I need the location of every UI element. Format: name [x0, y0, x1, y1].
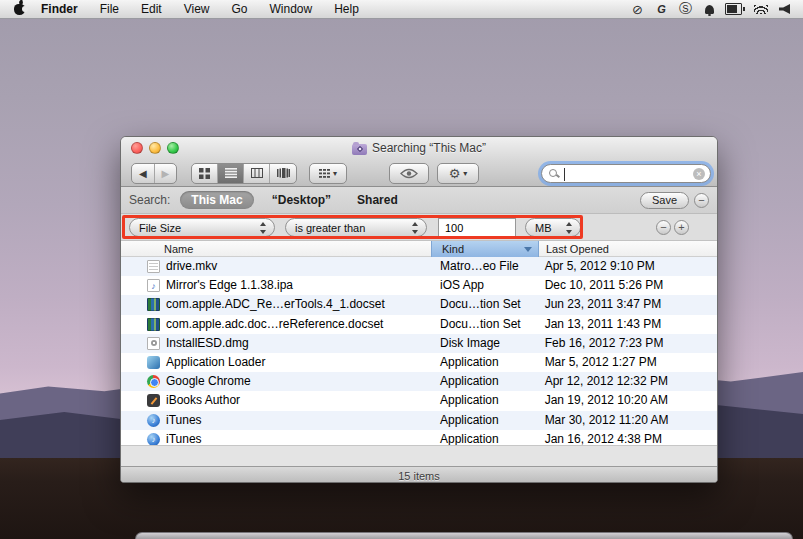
file-row[interactable]: iTunesApplicationJan 16, 2012 4:38 PM [121, 430, 717, 445]
coverflow-view-button[interactable] [270, 164, 296, 183]
window-title-group: Searching “This Mac” [352, 141, 486, 155]
sort-descending-icon [524, 247, 532, 252]
file-list: drive.mkvMatro…eo FileApr 5, 2012 9:10 P… [121, 257, 717, 445]
title-bar[interactable]: Searching “This Mac” [121, 137, 717, 159]
filter-operator-popup[interactable]: is greater than [285, 218, 427, 237]
search-input[interactable] [564, 166, 692, 181]
file-last-opened: Feb 16, 2012 7:23 PM [538, 334, 717, 353]
menu-item-view[interactable]: View [184, 2, 210, 16]
menu-status-icons [629, 0, 803, 18]
column-header-last-opened[interactable]: Last Opened [546, 241, 609, 257]
collapse-filter-button[interactable]: − [694, 193, 709, 208]
file-name: iBooks Author [166, 391, 240, 410]
file-row[interactable]: iBooks AuthorApplicationJan 19, 2012 10:… [121, 391, 717, 410]
file-row[interactable]: InstallESD.dmgDisk ImageFeb 16, 2012 7:2… [121, 334, 717, 353]
scope-bar-actions: Save − [640, 192, 709, 209]
bell-icon[interactable] [701, 0, 718, 18]
file-name: Mirror's Edge 1.1.38.ipa [166, 276, 293, 295]
menu-item-window[interactable]: Window [270, 2, 313, 16]
back-button[interactable]: ◀ [132, 164, 155, 183]
list-view-button[interactable] [218, 164, 244, 183]
forward-button[interactable]: ▶ [155, 164, 177, 183]
filter-attribute-value: File Size [139, 222, 181, 234]
menu-item-finder[interactable]: Finder [41, 2, 78, 16]
growl-icon[interactable] [653, 0, 670, 18]
filter-unit-popup[interactable]: MB [525, 218, 581, 237]
toolbar: ◀ ▶ [121, 159, 717, 187]
clear-search-icon[interactable]: × [693, 168, 705, 180]
scope-button[interactable]: “Desktop” [264, 192, 339, 208]
file-kind: Docu…tion Set [430, 315, 538, 334]
scope-button[interactable]: Shared [349, 192, 406, 208]
file-row[interactable]: com.apple.adc.doc…reReference.docsetDocu… [121, 315, 717, 334]
file-row[interactable]: iTunesApplicationMar 30, 2012 11:20 AM [121, 411, 717, 430]
battery-icon[interactable] [725, 0, 745, 18]
minimize-button[interactable] [149, 142, 161, 154]
file-last-opened: Mar 30, 2012 11:20 AM [538, 411, 717, 430]
column-header-kind[interactable]: Kind [431, 241, 539, 257]
dock[interactable] [135, 532, 793, 539]
file-name-cell: iBooks Author [121, 391, 430, 410]
menu-item-help[interactable]: Help [334, 2, 359, 16]
menu-item-go[interactable]: Go [232, 2, 248, 16]
filter-attribute-popup[interactable]: File Size [129, 218, 275, 237]
column-view-button[interactable] [244, 164, 270, 183]
status-bar: 15 items [121, 466, 717, 483]
icon-view-button[interactable] [192, 164, 218, 183]
file-name: com.apple.adc.doc…reReference.docset [166, 315, 383, 334]
record-icon[interactable] [629, 0, 646, 18]
chevron-down-icon: ▾ [463, 169, 467, 178]
file-kind: Application [430, 353, 538, 372]
file-last-opened: Jan 13, 2011 1:43 PM [538, 315, 717, 334]
file-row[interactable]: com.apple.ADC_Re…erTools.4_1.docsetDocu…… [121, 295, 717, 314]
column-header-name[interactable]: Name [164, 241, 193, 257]
column-headers: Name Kind Last Opened [121, 241, 717, 257]
grid-icon [199, 168, 210, 179]
stepper-icon [260, 222, 267, 234]
file-row[interactable]: Mirror's Edge 1.1.38.ipaiOS AppDec 10, 2… [121, 276, 717, 295]
file-last-opened: Jan 16, 2012 4:38 PM [538, 430, 717, 445]
arrange-button[interactable]: ▾ [309, 163, 347, 184]
file-row[interactable]: Google ChromeApplicationApr 12, 2012 12:… [121, 372, 717, 391]
scope-button[interactable]: This Mac [180, 191, 253, 209]
quick-look-button[interactable] [389, 163, 429, 184]
itunes-icon [147, 433, 160, 445]
view-mode-control [191, 163, 297, 184]
save-button[interactable]: Save [640, 192, 689, 209]
menu-item-file[interactable]: File [100, 2, 119, 16]
menu-item-edit[interactable]: Edit [141, 2, 162, 16]
file-last-opened: Jun 23, 2011 3:47 PM [538, 295, 717, 314]
file-last-opened: Apr 5, 2012 9:10 PM [538, 257, 717, 276]
menu-items: FinderFileEditViewGoWindowHelp [41, 2, 359, 16]
chevron-down-icon: ▾ [333, 169, 337, 178]
skitch-icon[interactable] [677, 0, 694, 18]
wifi-icon[interactable] [752, 0, 769, 18]
file-row[interactable]: drive.mkvMatro…eo FileApr 5, 2012 9:10 P… [121, 257, 717, 276]
app-loader-icon [147, 356, 160, 369]
filter-unit-value: MB [535, 222, 552, 234]
zoom-button[interactable] [167, 142, 179, 154]
finder-window: Searching “This Mac” ◀ ▶ [120, 136, 718, 483]
add-filter-button[interactable]: + [674, 220, 689, 235]
docset-icon [147, 318, 160, 331]
apple-icon[interactable] [14, 4, 25, 15]
file-last-opened: Jan 19, 2012 10:20 AM [538, 391, 717, 410]
action-button[interactable]: ⚙ ▾ [437, 163, 479, 184]
docset-icon [147, 298, 160, 311]
window-chrome: Searching “This Mac” ◀ ▶ [121, 137, 717, 187]
file-name-cell: Application Loader [121, 353, 430, 372]
search-field[interactable]: × [541, 164, 711, 183]
volume-icon[interactable] [776, 0, 793, 18]
item-count: 15 items [398, 470, 440, 482]
file-dmg-icon [147, 337, 160, 350]
file-video-icon [147, 260, 160, 273]
file-kind: Application [430, 430, 538, 445]
chrome-icon [147, 375, 160, 388]
close-button[interactable] [131, 142, 143, 154]
search-scopes: This Mac“Desktop”Shared [180, 191, 405, 209]
remove-filter-button[interactable]: − [656, 220, 671, 235]
filter-value-input[interactable] [438, 218, 516, 237]
file-name: InstallESD.dmg [166, 334, 249, 353]
file-kind: Disk Image [430, 334, 538, 353]
file-row[interactable]: Application LoaderApplicationMar 5, 2012… [121, 353, 717, 372]
